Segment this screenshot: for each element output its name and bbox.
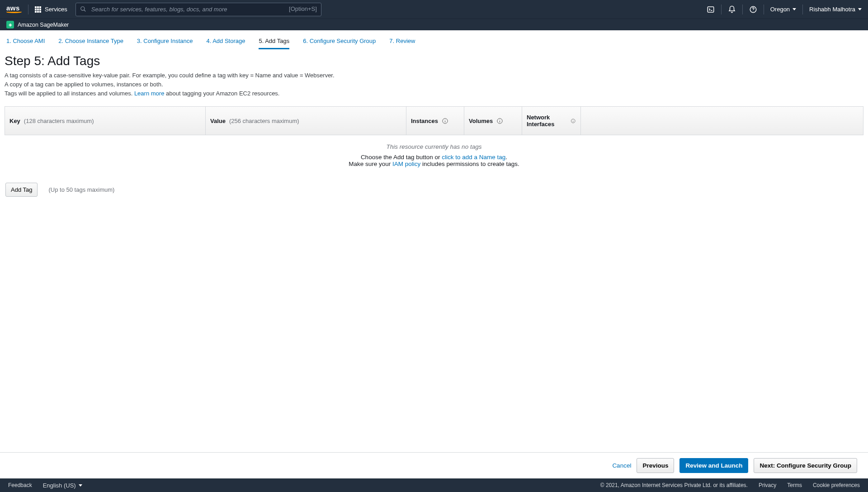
svg-point-14 — [573, 120, 574, 120]
step-security-group[interactable]: 6. Configure Security Group — [303, 35, 376, 49]
page-title: Step 5: Add Tags — [5, 54, 863, 68]
learn-more-link[interactable]: Learn more — [134, 90, 164, 97]
add-tag-row: Add Tag (Up to 50 tags maximum) — [5, 183, 863, 197]
empty-state: This resource currently has no tags Choo… — [5, 143, 863, 167]
col-volumes: Volumes — [464, 107, 522, 135]
info-icon[interactable] — [571, 118, 576, 124]
next-button[interactable]: Next: Configure Security Group — [754, 458, 857, 473]
help-icon[interactable] — [749, 5, 757, 14]
search-icon — [80, 6, 86, 12]
desc-line1: A tag consists of a case-sensitive key-v… — [5, 71, 863, 80]
add-name-tag-link[interactable]: click to add a Name tag — [442, 154, 505, 161]
sagemaker-icon: ◈ — [6, 21, 14, 28]
tags-table-header: Key (128 characters maximum) Value (256 … — [5, 106, 863, 135]
svg-line-1 — [84, 9, 86, 11]
divider — [28, 5, 28, 14]
info-icon[interactable] — [496, 118, 503, 124]
search-wrap: [Option+S] — [75, 3, 321, 16]
aws-logo[interactable]: aws — [6, 5, 22, 13]
user-label: Rishabh Malhotra — [809, 6, 855, 13]
wizard-steps: 1. Choose AMI 2. Choose Instance Type 3.… — [0, 30, 868, 49]
chevron-down-icon — [858, 8, 862, 10]
col-value-hint: (256 characters maximum) — [229, 118, 299, 124]
cloudshell-icon[interactable] — [707, 5, 715, 14]
page-footer: Feedback English (US) © 2021, Amazon Int… — [0, 478, 868, 492]
add-tag-button[interactable]: Add Tag — [5, 183, 38, 197]
page-description: A tag consists of a case-sensitive key-v… — [5, 71, 863, 98]
search-input[interactable] — [75, 3, 321, 16]
step-add-tags: 5. Add Tags — [259, 35, 289, 49]
review-launch-button[interactable]: Review and Launch — [679, 458, 748, 473]
add-tag-hint: Choose the Add tag button or click to ad… — [5, 154, 863, 161]
step-choose-ami[interactable]: 1. Choose AMI — [6, 35, 45, 49]
col-instances-label: Instances — [411, 118, 438, 124]
service-link[interactable]: Amazon SageMaker — [18, 22, 69, 28]
cookie-prefs-link[interactable]: Cookie preferences — [813, 482, 860, 488]
divider — [802, 5, 803, 14]
step-add-storage[interactable]: 4. Add Storage — [206, 35, 245, 49]
chevron-down-icon — [793, 8, 796, 10]
svg-point-0 — [81, 6, 85, 10]
account-menu[interactable]: Rishabh Malhotra — [809, 6, 862, 13]
divider — [764, 5, 764, 14]
step-review[interactable]: 7. Review — [389, 35, 415, 49]
col-key-label: Key — [9, 118, 20, 124]
svg-point-8 — [445, 119, 445, 120]
svg-point-5 — [753, 11, 753, 11]
step-configure-instance[interactable]: 3. Configure Instance — [137, 35, 193, 49]
privacy-link[interactable]: Privacy — [759, 482, 776, 488]
services-menu[interactable]: Services — [35, 6, 67, 13]
col-actions — [581, 107, 590, 135]
divider — [742, 5, 743, 14]
col-value-label: Value — [210, 118, 226, 124]
feedback-link[interactable]: Feedback — [8, 482, 32, 488]
desc-line3: Tags will be applied to all instances an… — [5, 89, 863, 98]
previous-button[interactable]: Previous — [637, 458, 674, 473]
tag-limit-hint: (Up to 50 tags maximum) — [48, 186, 114, 193]
divider — [721, 5, 722, 14]
region-label: Oregon — [770, 6, 790, 13]
grid-icon — [35, 6, 41, 13]
svg-point-11 — [500, 119, 500, 120]
iam-hint: Make sure your IAM policy includes permi… — [5, 161, 863, 167]
wizard-footer: Cancel Previous Review and Launch Next: … — [0, 452, 868, 478]
col-netif-label: Network Interfaces — [527, 114, 567, 128]
iam-policy-link[interactable]: IAM policy — [392, 161, 420, 167]
terms-link[interactable]: Terms — [787, 482, 802, 488]
col-key-hint: (128 characters maximum) — [24, 118, 94, 124]
language-label: English (US) — [43, 482, 76, 489]
step-instance-type[interactable]: 2. Choose Instance Type — [58, 35, 123, 49]
top-nav: aws Services [Option+S] Oregon Rishabh M… — [0, 0, 868, 19]
col-volumes-label: Volumes — [469, 118, 493, 124]
col-network-interfaces: Network Interfaces — [522, 107, 581, 135]
language-selector[interactable]: English (US) — [43, 482, 82, 489]
main-content: Step 5: Add Tags A tag consists of a cas… — [0, 49, 868, 452]
info-icon[interactable] — [442, 118, 448, 124]
service-subnav: ◈ Amazon SageMaker — [0, 19, 868, 30]
copyright: © 2021, Amazon Internet Services Private… — [600, 482, 748, 488]
search-shortcut: [Option+S] — [289, 5, 317, 12]
desc-line2: A copy of a tag can be applied to volume… — [5, 80, 863, 89]
col-value: Value (256 characters maximum) — [206, 107, 406, 135]
bell-icon[interactable] — [728, 5, 736, 14]
chevron-down-icon — [79, 484, 82, 487]
cancel-link[interactable]: Cancel — [612, 462, 631, 469]
col-instances: Instances — [406, 107, 464, 135]
svg-rect-2 — [708, 7, 714, 12]
col-key: Key (128 characters maximum) — [5, 107, 206, 135]
services-label: Services — [45, 6, 67, 13]
region-selector[interactable]: Oregon — [770, 6, 796, 13]
no-tags-message: This resource currently has no tags — [5, 143, 863, 150]
